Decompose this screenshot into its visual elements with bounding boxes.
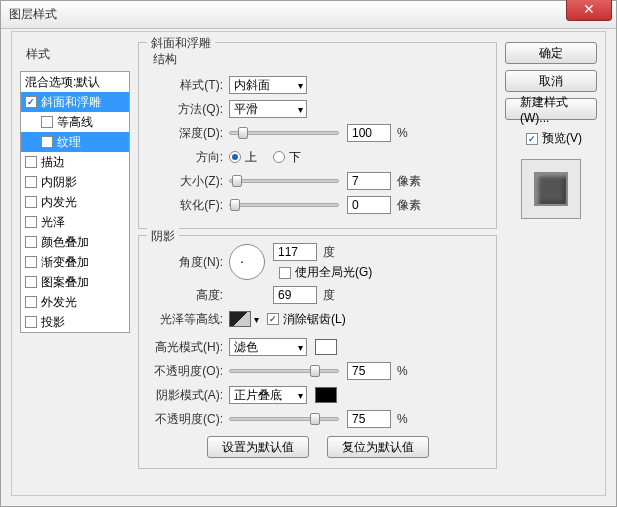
highlight-color-swatch[interactable] (315, 339, 337, 355)
style-checkbox[interactable] (25, 216, 37, 228)
style-checkbox[interactable] (25, 236, 37, 248)
shadow-mode-combo[interactable]: 正片叠底 (229, 386, 307, 404)
style-item[interactable]: 纹理 (21, 132, 129, 152)
soften-slider[interactable] (229, 203, 339, 207)
style-checkbox[interactable] (25, 256, 37, 268)
soften-unit: 像素 (397, 197, 421, 214)
altitude-label: 高度: (149, 287, 229, 304)
structure-title: 结构 (153, 51, 486, 68)
style-combo[interactable]: 内斜面 (229, 76, 307, 94)
style-item-label: 颜色叠加 (41, 234, 89, 251)
soften-label: 软化(F): (149, 197, 229, 214)
preview-swatch (534, 172, 568, 206)
highlight-mode-combo[interactable]: 滤色 (229, 338, 307, 356)
style-checkbox[interactable] (41, 116, 53, 128)
style-item-label: 斜面和浮雕 (41, 94, 101, 111)
shading-title: 阴影 (147, 228, 179, 245)
style-item-label: 描边 (41, 154, 65, 171)
depth-slider[interactable] (229, 131, 339, 135)
style-item-label: 内阴影 (41, 174, 77, 191)
style-item[interactable]: 混合选项:默认 (21, 72, 129, 92)
style-item[interactable]: 斜面和浮雕 (21, 92, 129, 112)
shading-fieldset: 阴影 角度(N): 117 度 使用全局光(G) (138, 235, 497, 469)
preview-box (521, 159, 581, 219)
size-label: 大小(Z): (149, 173, 229, 190)
antialias-label: 消除锯齿(L) (283, 311, 346, 328)
titlebar[interactable]: 图层样式 ✕ (1, 1, 616, 29)
angle-dial[interactable] (229, 244, 265, 280)
size-slider[interactable] (229, 179, 339, 183)
direction-up-radio[interactable] (229, 151, 241, 163)
style-item-label: 内发光 (41, 194, 77, 211)
style-checkbox[interactable] (25, 156, 37, 168)
style-item[interactable]: 内阴影 (21, 172, 129, 192)
style-item-label: 纹理 (57, 134, 81, 151)
action-column: 确定 取消 新建样式(W)... 预览(V) (505, 42, 597, 485)
chevron-down-icon[interactable]: ▾ (251, 314, 261, 325)
make-default-button[interactable]: 设置为默认值 (207, 436, 309, 458)
preview-checkbox[interactable] (526, 133, 538, 145)
style-item[interactable]: 描边 (21, 152, 129, 172)
style-checkbox[interactable] (25, 316, 37, 328)
altitude-input[interactable]: 69 (273, 286, 317, 304)
highlight-opacity-input[interactable]: 75 (347, 362, 391, 380)
style-item[interactable]: 投影 (21, 312, 129, 332)
style-item-label: 投影 (41, 314, 65, 331)
depth-input[interactable]: 100 (347, 124, 391, 142)
style-item[interactable]: 等高线 (21, 112, 129, 132)
style-checkbox[interactable] (25, 276, 37, 288)
new-style-button[interactable]: 新建样式(W)... (505, 98, 597, 120)
style-item[interactable]: 图案叠加 (21, 272, 129, 292)
altitude-unit: 度 (323, 287, 335, 304)
bevel-title: 斜面和浮雕 (147, 35, 215, 52)
angle-input[interactable]: 117 (273, 243, 317, 261)
direction-down-radio[interactable] (273, 151, 285, 163)
depth-unit: % (397, 126, 408, 140)
highlight-opacity-slider[interactable] (229, 369, 339, 373)
global-light-checkbox[interactable] (279, 267, 291, 279)
depth-label: 深度(D): (149, 125, 229, 142)
cancel-button[interactable]: 取消 (505, 70, 597, 92)
style-item-label: 图案叠加 (41, 274, 89, 291)
style-item[interactable]: 光泽 (21, 212, 129, 232)
soften-input[interactable]: 0 (347, 196, 391, 214)
reset-default-button[interactable]: 复位为默认值 (327, 436, 429, 458)
style-item[interactable]: 颜色叠加 (21, 232, 129, 252)
styles-column: 样式 混合选项:默认斜面和浮雕等高线纹理描边内阴影内发光光泽颜色叠加渐变叠加图案… (20, 42, 130, 485)
close-button[interactable]: ✕ (566, 0, 612, 21)
shadow-color-swatch[interactable] (315, 387, 337, 403)
angle-unit: 度 (323, 244, 335, 261)
style-checkbox[interactable] (25, 96, 37, 108)
ok-button[interactable]: 确定 (505, 42, 597, 64)
gloss-contour-picker[interactable] (229, 311, 251, 327)
layer-style-dialog: 图层样式 ✕ 样式 混合选项:默认斜面和浮雕等高线纹理描边内阴影内发光光泽颜色叠… (0, 0, 617, 507)
style-checkbox[interactable] (25, 296, 37, 308)
window-title: 图层样式 (9, 6, 57, 23)
technique-label: 方法(Q): (149, 101, 229, 118)
shadow-opacity-slider[interactable] (229, 417, 339, 421)
style-checkbox[interactable] (41, 136, 53, 148)
shadow-mode-label: 阴影模式(A): (149, 387, 229, 404)
preview-label: 预览(V) (542, 130, 582, 147)
antialias-checkbox[interactable] (267, 313, 279, 325)
style-item-label: 渐变叠加 (41, 254, 89, 271)
technique-combo[interactable]: 平滑 (229, 100, 307, 118)
style-item[interactable]: 渐变叠加 (21, 252, 129, 272)
style-item[interactable]: 外发光 (21, 292, 129, 312)
gloss-label: 光泽等高线: (149, 311, 229, 328)
global-light-label: 使用全局光(G) (295, 264, 372, 281)
size-input[interactable]: 7 (347, 172, 391, 190)
style-checkbox[interactable] (25, 176, 37, 188)
styles-list: 混合选项:默认斜面和浮雕等高线纹理描边内阴影内发光光泽颜色叠加渐变叠加图案叠加外… (20, 71, 130, 333)
style-item-label: 光泽 (41, 214, 65, 231)
dialog-body: 样式 混合选项:默认斜面和浮雕等高线纹理描边内阴影内发光光泽颜色叠加渐变叠加图案… (11, 31, 606, 496)
styles-header: 样式 (20, 42, 130, 67)
style-item-label: 混合选项:默认 (25, 74, 100, 91)
direction-label: 方向: (149, 149, 229, 166)
style-item-label: 等高线 (57, 114, 93, 131)
size-unit: 像素 (397, 173, 421, 190)
style-checkbox[interactable] (25, 196, 37, 208)
shadow-opacity-input[interactable]: 75 (347, 410, 391, 428)
style-item[interactable]: 内发光 (21, 192, 129, 212)
style-label: 样式(T): (149, 77, 229, 94)
